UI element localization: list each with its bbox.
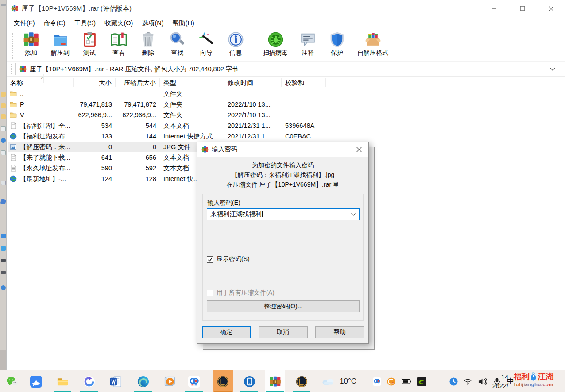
globe-icon <box>10 175 17 182</box>
ok-button[interactable]: 确定 <box>202 326 251 338</box>
file-row-parent-dir[interactable]: .. 文件夹 <box>8 88 326 99</box>
circular-arrow-player-icon <box>83 376 95 388</box>
file-size: 124 <box>74 175 116 182</box>
checkbox-checked[interactable] <box>207 256 213 263</box>
dialog-buttons: 确定 取消 帮助 <box>197 326 368 338</box>
show-password-checkbox[interactable]: 显示密码(S) <box>207 255 250 263</box>
taskbar-edge-button[interactable] <box>133 370 153 392</box>
file-packed: 128 <box>116 175 160 182</box>
toolbar-find-label: 查找 <box>171 49 183 57</box>
toolbar-extract-button[interactable]: 解压到 <box>46 31 75 57</box>
menu-command[interactable]: 命令(C) <box>39 18 70 29</box>
password-dropdown-chevron-icon[interactable] <box>351 213 356 216</box>
toolbar-wizard-button[interactable]: 向导 <box>192 31 221 57</box>
minimize-button[interactable] <box>484 0 504 17</box>
window-title: 厘子【10P+1V669M】.rar (评估版本) <box>22 4 132 13</box>
close-button[interactable] <box>541 0 561 17</box>
toolbar-find-button[interactable]: 查找 <box>163 31 192 57</box>
column-type[interactable]: 类型 <box>160 78 224 87</box>
taskbar-lol-button-active[interactable] <box>213 370 233 392</box>
address-dropdown-chevron-icon[interactable] <box>550 67 556 71</box>
file-row-text-doc[interactable]: 【福利江湖】全... 534 544 文本文档 2021/12/31 1... … <box>8 120 326 131</box>
clock-app-tray-icon[interactable] <box>449 377 458 386</box>
file-type: Internet 快捷方式 <box>160 132 224 141</box>
help-button[interactable]: 帮助 <box>315 326 364 338</box>
desktop-icon-fragment <box>0 199 6 204</box>
address-bar-row: 厘子【10P+1V669M】.rar - RAR 压缩文件, 解包大小为 702… <box>11 63 561 75</box>
taskbar-word-button[interactable] <box>105 370 126 392</box>
window-controls <box>484 0 561 17</box>
taskbar-media-player-button[interactable] <box>79 370 99 392</box>
column-name[interactable]: 名称 <box>8 78 74 87</box>
toolbar-delete-button[interactable]: 删除 <box>133 31 163 57</box>
toolbar-virus-scan-button[interactable]: 扫描病毒 <box>258 31 293 57</box>
menu-file[interactable]: 文件(F) <box>9 18 39 29</box>
taskbar-wechat-button[interactable] <box>2 370 22 392</box>
watermark-url: fulijianghu.com <box>503 382 564 387</box>
toolbar-info-button[interactable]: 信息 <box>221 31 250 57</box>
address-bar-drag-handle[interactable] <box>11 64 12 74</box>
toolbar-test-button[interactable]: 测试 <box>75 31 104 57</box>
menu-tools[interactable]: 工具(S) <box>70 18 100 29</box>
taskbar-lol-client-button[interactable] <box>291 370 312 392</box>
address-bar[interactable]: 厘子【10P+1V669M】.rar - RAR 压缩文件, 解包大小为 702… <box>15 63 561 75</box>
battery-power-icon[interactable] <box>401 377 411 386</box>
file-packed: 144 <box>116 133 160 140</box>
column-size[interactable]: 大小 <box>74 78 116 87</box>
file-size: 79,471,813 <box>74 101 116 108</box>
file-name: V <box>20 111 24 119</box>
use-for-all-archives-checkbox[interactable]: 用于所有压缩文件(A) <box>207 289 275 297</box>
column-modified[interactable]: 修改时间 <box>224 78 282 87</box>
toolbar-protect-button[interactable]: 保护 <box>322 31 352 57</box>
file-row-folder-v[interactable]: V 622,966,9... 622,966,9... 文件夹 2022/1/1… <box>8 110 326 120</box>
file-row-folder-p[interactable]: P 79,471,813 79,471,872 文件夹 2022/1/10 13… <box>8 99 326 110</box>
file-row-url-shortcut[interactable]: 【福利江湖发布... 133 144 Internet 快捷方式 2021/12… <box>8 131 326 142</box>
menu-options[interactable]: 选项(N) <box>137 18 168 29</box>
desktop-icon-fragment <box>1 150 6 155</box>
toolbar-test-label: 测试 <box>83 49 96 57</box>
winrar-app-icon <box>201 146 209 153</box>
cancel-button[interactable]: 取消 <box>259 326 308 338</box>
file-modified: 2022/1/10 13... <box>224 111 282 119</box>
file-packed: 544 <box>116 122 160 129</box>
dialog-close-button[interactable] <box>354 145 364 154</box>
checkbox-unchecked[interactable] <box>207 290 213 296</box>
taskbar-wmp-button[interactable] <box>159 370 180 392</box>
title-bar: 厘子【10P+1V669M】.rar (评估版本) <box>7 0 565 17</box>
file-name: 【最新地址】-... <box>20 175 66 183</box>
extract-folder-icon <box>52 31 69 48</box>
baidu-netdisk-tray-icon[interactable] <box>373 377 381 386</box>
organize-passwords-button[interactable]: 整理密码(O)... <box>207 300 360 312</box>
orange-app-tray-icon[interactable] <box>387 377 395 386</box>
taskbar-phone-link-button[interactable] <box>239 370 259 392</box>
wifi-icon[interactable] <box>464 377 472 386</box>
winrar-app-icon <box>11 5 18 12</box>
folder-icon <box>10 111 17 119</box>
menu-help[interactable]: 帮助(H) <box>168 18 199 29</box>
toolbar-drag-handle[interactable] <box>12 33 14 59</box>
toolbar-add-button[interactable]: 添加 <box>16 31 46 57</box>
edge-browser-icon <box>137 376 149 388</box>
taskbar-weather-widget[interactable]: 10°C <box>321 370 356 392</box>
file-packed: 656 <box>116 154 160 161</box>
toolbar-sfx-button[interactable]: 自解压格式 <box>352 31 394 57</box>
wizard-wand-icon <box>198 31 215 48</box>
taskbar-baidu-netdisk-button[interactable] <box>184 370 204 392</box>
column-packed[interactable]: 压缩后大小 <box>116 78 160 87</box>
toolbar-comment-button[interactable]: 注释 <box>293 31 322 57</box>
file-name: 【解压密码：来... <box>20 143 70 151</box>
taskbar-thunder-button[interactable] <box>26 370 46 392</box>
use-for-all-archives-label: 用于所有压缩文件(A) <box>217 289 275 297</box>
file-type: 文件夹 <box>160 100 224 109</box>
column-checksum[interactable]: 校验和 <box>282 78 326 87</box>
mouse-icon <box>530 372 537 381</box>
desktop-icon-fragment <box>1 4 6 6</box>
nvidia-settings-icon[interactable] <box>417 377 426 386</box>
dialog-message-line3: 在压缩文件 厘子【10P+1V669M】.rar 里 <box>197 180 368 189</box>
maximize-button[interactable] <box>513 0 532 17</box>
toolbar-view-button[interactable]: 查看 <box>104 31 133 57</box>
taskbar-winrar-button[interactable] <box>265 370 285 392</box>
taskbar-file-explorer-button[interactable] <box>52 370 73 392</box>
menu-favorites[interactable]: 收藏夹(O) <box>100 18 137 29</box>
password-input[interactable]: 来福利江湖找福利 <box>207 208 360 220</box>
